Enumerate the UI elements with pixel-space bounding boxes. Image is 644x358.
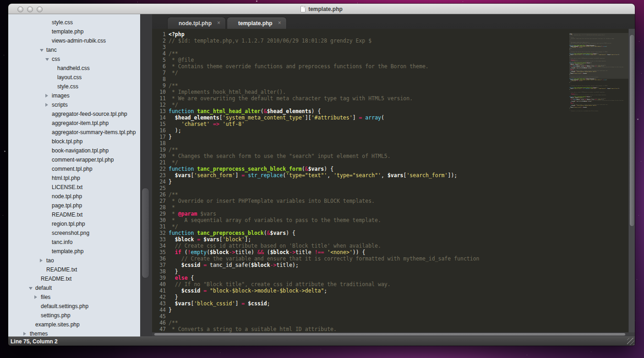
line-number[interactable]: 47 xyxy=(152,326,166,332)
code-line[interactable]: $block = $vars['block']; xyxy=(169,236,569,243)
line-number[interactable]: 23 xyxy=(152,172,166,179)
tree-file-block-tpl-php[interactable]: block.tpl.php xyxy=(8,137,140,146)
tree-folder-images[interactable]: images xyxy=(8,91,140,100)
tree-file-readme-txt[interactable]: README.txt xyxy=(8,274,140,283)
code-line[interactable]: /** xyxy=(169,320,569,326)
code-line[interactable]: $cssid = tanc_id_safe($block->title); xyxy=(169,262,569,268)
line-number[interactable]: 27 xyxy=(152,198,166,204)
tree-file-html-tpl-php[interactable]: html.tpl.php xyxy=(8,174,140,183)
code-line[interactable]: */ xyxy=(169,70,569,76)
tree-file-style-css[interactable]: style.css xyxy=(8,18,140,27)
line-number[interactable]: 42 xyxy=(152,294,166,300)
line-number[interactable]: 8 xyxy=(152,76,166,82)
line-number[interactable]: 31 xyxy=(152,223,166,230)
line-number[interactable]: 32 xyxy=(152,230,166,236)
tree-file-handheld-css[interactable]: handheld.css xyxy=(8,64,140,73)
line-number[interactable]: 19 xyxy=(152,146,166,153)
code-line[interactable]: } xyxy=(169,134,569,140)
code-pane[interactable]: 1234567891011121314151617181920212223242… xyxy=(152,29,569,332)
disclosure-triangle-icon[interactable] xyxy=(34,293,38,302)
line-number[interactable]: 21 xyxy=(152,159,166,166)
line-number[interactable]: 44 xyxy=(152,307,166,313)
disclosure-triangle-icon[interactable] xyxy=(40,256,44,265)
line-number[interactable]: 18 xyxy=(152,140,166,146)
line-number[interactable]: 30 xyxy=(152,217,166,223)
line-number[interactable]: 2 xyxy=(152,38,166,44)
line-number[interactable]: 25 xyxy=(152,185,166,191)
sidebar-scrollbar-thumb[interactable] xyxy=(142,188,149,278)
code-line[interactable]: $vars['block_cssid'] = $cssid; xyxy=(169,300,569,307)
tree-file-readme-txt[interactable]: README.txt xyxy=(8,265,140,274)
code-line[interactable]: } xyxy=(169,307,569,313)
tree-file-template-php[interactable]: template.php xyxy=(8,27,140,36)
tree-file-screenshot-png[interactable]: screenshot.png xyxy=(8,228,140,238)
line-number[interactable]: 14 xyxy=(152,114,166,121)
code-line[interactable] xyxy=(169,140,569,146)
code-line[interactable]: /** xyxy=(169,50,569,57)
line-number[interactable]: 22 xyxy=(152,166,166,172)
line-number[interactable]: 13 xyxy=(152,108,166,114)
tree-file-views-admin-rubik-css[interactable]: views-admin-rubik.css xyxy=(8,36,140,45)
tree-file-region-tpl-php[interactable]: region.tpl.php xyxy=(8,219,140,228)
code-line[interactable] xyxy=(169,313,569,320)
code-line[interactable]: * Override or insert PHPTemplate variabl… xyxy=(169,198,569,204)
line-number[interactable]: 38 xyxy=(152,268,166,275)
code-line[interactable]: */ xyxy=(169,223,569,230)
tree-file-book-navigation-tpl-php[interactable]: book-navigation.tpl.php xyxy=(8,146,140,155)
close-icon[interactable]: × xyxy=(278,20,281,26)
line-number[interactable]: 26 xyxy=(152,191,166,198)
code-line[interactable]: } xyxy=(169,268,569,275)
code-line[interactable]: // Create the variable and ensure that i… xyxy=(169,255,569,262)
line-number[interactable]: 28 xyxy=(152,204,166,211)
code-line[interactable]: * Contains theme override functions and … xyxy=(169,63,569,70)
line-number[interactable]: 7 xyxy=(152,70,166,76)
code-line[interactable]: // Create css id attribute based on 'Blo… xyxy=(169,243,569,249)
code-line[interactable]: * @param $vars xyxy=(169,211,569,217)
code-line[interactable] xyxy=(169,185,569,191)
title-bar[interactable]: template.php xyxy=(8,4,635,14)
tree-folder-files[interactable]: files xyxy=(8,293,140,302)
disclosure-triangle-icon[interactable] xyxy=(29,283,33,293)
line-number[interactable]: 12 xyxy=(152,102,166,108)
code-line[interactable]: function tanc_preprocess_search_block_fo… xyxy=(169,166,569,172)
tree-file-node-tpl-php[interactable]: node.tpl.php xyxy=(8,192,140,201)
code-line[interactable]: * A sequential array of variables to pas… xyxy=(169,217,569,223)
code-line[interactable]: * @file xyxy=(169,57,569,63)
line-number[interactable]: 4 xyxy=(152,50,166,57)
tree-file-license-txt[interactable]: LICENSE.txt xyxy=(8,183,140,192)
disclosure-triangle-icon[interactable] xyxy=(40,45,44,54)
line-number[interactable]: 15 xyxy=(152,121,166,127)
minimap[interactable]: <?php// $Id: template.php,v 1.1.2.7 2010… xyxy=(569,29,628,332)
tree-file-settings-php[interactable]: settings.php xyxy=(8,311,140,320)
horizontal-scrollbar-thumb[interactable] xyxy=(154,333,626,336)
line-number[interactable]: 45 xyxy=(152,313,166,320)
code-line[interactable]: */ xyxy=(169,102,569,108)
line-number[interactable]: 3 xyxy=(152,44,166,50)
tree-folder-default[interactable]: default xyxy=(8,283,140,293)
code-line[interactable]: * Converts a string to a suitable html I… xyxy=(169,326,569,332)
line-number[interactable]: 39 xyxy=(152,275,166,281)
tree-file-default-settings-php[interactable]: default.settings.php xyxy=(8,302,140,311)
tree-file-comment-wrapper-tpl-php[interactable]: comment-wrapper.tpl.php xyxy=(8,155,140,164)
tree-file-comment-tpl-php[interactable]: comment.tpl.php xyxy=(8,164,140,174)
code-line[interactable] xyxy=(169,76,569,82)
line-number[interactable]: 20 xyxy=(152,153,166,159)
line-number[interactable]: 40 xyxy=(152,281,166,287)
tree-folder-tao[interactable]: tao xyxy=(8,256,140,265)
line-number[interactable]: 41 xyxy=(152,287,166,294)
line-number[interactable]: 5 xyxy=(152,57,166,63)
tree-file-template-php[interactable]: template.php xyxy=(8,247,140,256)
code-line[interactable]: if (!empty($block->title) && ($block->ti… xyxy=(169,249,569,255)
code-line[interactable] xyxy=(169,44,569,50)
code-line[interactable]: <?php xyxy=(169,31,569,38)
close-icon[interactable]: × xyxy=(217,20,220,26)
tree-file-page-tpl-php[interactable]: page.tpl.php xyxy=(8,201,140,210)
tree-file-aggregator-item-tpl-php[interactable]: aggregator-item.tpl.php xyxy=(8,119,140,128)
tree-file-aggregator-feed-source-tpl-php[interactable]: aggregator-feed-source.tpl.php xyxy=(8,109,140,119)
code-line[interactable]: * xyxy=(169,204,569,211)
tree-file-aggregator-summary-items-tpl-php[interactable]: aggregator-summary-items.tpl.php xyxy=(8,128,140,137)
sidebar-scrollbar-track[interactable] xyxy=(140,14,152,336)
code-line[interactable]: $head_elements['system_meta_content_type… xyxy=(169,114,569,121)
code-line[interactable]: $vars['search_form'] = str_replace('type… xyxy=(169,172,569,179)
code-content[interactable]: <?php// $Id: template.php,v 1.1.2.7 2010… xyxy=(169,31,569,332)
